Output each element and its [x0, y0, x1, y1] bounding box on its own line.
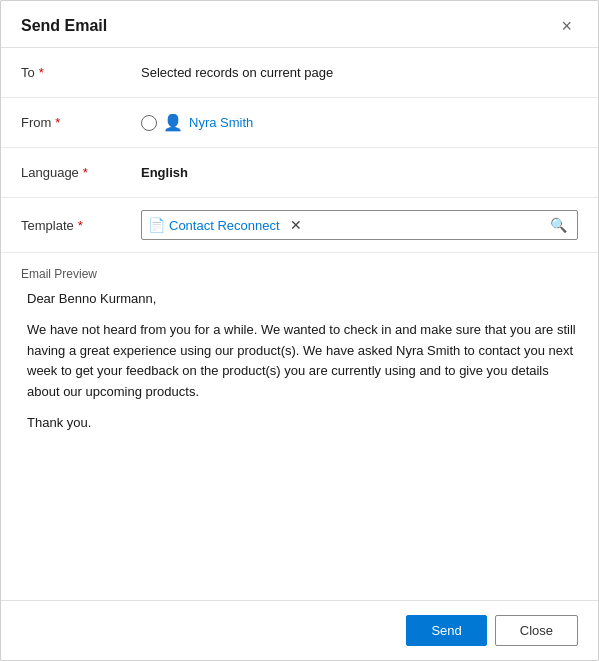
template-name: Contact Reconnect: [169, 218, 280, 233]
template-row: Template* 📄 Contact Reconnect ✕ 🔍: [1, 198, 598, 253]
to-row: To* Selected records on current page: [1, 48, 598, 98]
to-value: Selected records on current page: [141, 65, 578, 80]
email-preview-content: Dear Benno Kurmann, We have not heard fr…: [21, 289, 578, 434]
from-label: From*: [21, 115, 141, 130]
template-tag: 📄 Contact Reconnect ✕: [148, 217, 304, 233]
dialog-close-button[interactable]: ×: [555, 15, 578, 37]
template-required: *: [78, 218, 83, 233]
email-paragraph2: Thank you.: [27, 413, 578, 434]
to-label: To*: [21, 65, 141, 80]
close-button[interactable]: Close: [495, 615, 578, 646]
email-paragraph1: We have not heard from you for a while. …: [27, 320, 578, 403]
dialog-title: Send Email: [21, 17, 107, 35]
dialog-body: To* Selected records on current page Fro…: [1, 48, 598, 522]
dialog-header: Send Email ×: [1, 1, 598, 48]
template-value: 📄 Contact Reconnect ✕ 🔍: [141, 210, 578, 240]
send-button[interactable]: Send: [406, 615, 486, 646]
dialog-footer: Send Close: [1, 600, 598, 660]
template-icon: 📄: [148, 217, 165, 233]
send-email-dialog: Send Email × To* Selected records on cur…: [0, 0, 599, 661]
person-icon: 👤: [163, 113, 183, 132]
template-clear-button[interactable]: ✕: [288, 218, 304, 232]
from-value: 👤 Nyra Smith: [141, 113, 578, 132]
from-row: From* 👤 Nyra Smith: [1, 98, 598, 148]
from-name: Nyra Smith: [189, 115, 253, 130]
to-required: *: [39, 65, 44, 80]
language-value: English: [141, 165, 578, 180]
template-label: Template*: [21, 218, 141, 233]
email-preview-section: Email Preview Dear Benno Kurmann, We hav…: [1, 253, 598, 434]
template-field[interactable]: 📄 Contact Reconnect ✕ 🔍: [141, 210, 578, 240]
from-circle-icon: [141, 115, 157, 131]
from-required: *: [55, 115, 60, 130]
template-search-button[interactable]: 🔍: [546, 215, 571, 235]
language-label: Language*: [21, 165, 141, 180]
language-required: *: [83, 165, 88, 180]
email-greeting: Dear Benno Kurmann,: [27, 289, 578, 310]
language-row: Language* English: [1, 148, 598, 198]
email-preview-label: Email Preview: [21, 267, 578, 281]
